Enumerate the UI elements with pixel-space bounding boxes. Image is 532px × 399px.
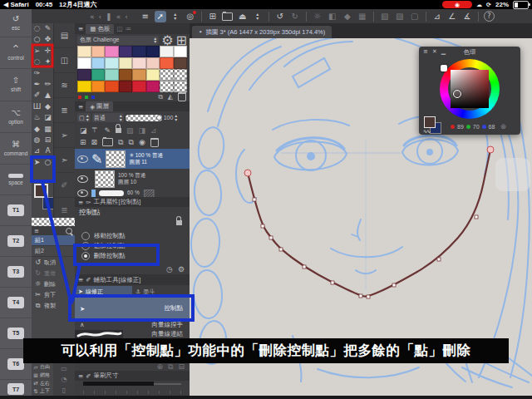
selection-2-icon[interactable]: ▨	[394, 11, 406, 22]
unlock-icon[interactable]	[176, 220, 182, 225]
panel-menu-icon[interactable]: ≡	[78, 103, 83, 111]
tool-icon[interactable]: ✦	[42, 57, 53, 67]
tool-icon[interactable]	[42, 68, 53, 79]
layer-thumbnail[interactable]	[95, 170, 115, 188]
color-swatch[interactable]	[77, 69, 91, 81]
layer-visible-icon[interactable]	[77, 155, 88, 163]
dock-arrow-icon[interactable]: ❚	[106, 12, 112, 21]
color-swatch[interactable]	[160, 57, 174, 69]
quick-access-item[interactable]: ☼刪除	[32, 278, 75, 289]
hue-selector[interactable]	[441, 65, 447, 71]
control-point[interactable]	[269, 236, 273, 239]
color-wheel-panel[interactable]: 色環 ≡ ✕ ▁ ∿∿ 89 70 68 ◎	[419, 47, 520, 135]
quick-access-item[interactable]: ↻重做	[32, 268, 75, 278]
ruler-icon[interactable]: ⊿	[150, 126, 157, 135]
control-point[interactable]	[261, 224, 264, 228]
tool-icon[interactable]: ✒	[32, 79, 42, 90]
edge-key-T1[interactable]: T1	[0, 195, 32, 226]
merge-layer-icon[interactable]: ⧉	[129, 138, 134, 147]
new-canvas-icon[interactable]: ⊞	[207, 11, 219, 22]
tool-icon[interactable]: ○	[32, 34, 42, 45]
subtool-group-icon[interactable]: ➣	[54, 148, 75, 173]
open-file-icon[interactable]	[222, 11, 234, 22]
color-swatch[interactable]	[174, 69, 188, 81]
color-set-dropdown[interactable]: 色票 Challenge▴▾	[77, 36, 159, 45]
new-layer-icon[interactable]: ⊞	[80, 138, 86, 146]
quick-access-item[interactable]: ⧉複製	[32, 300, 75, 311]
clip-to-layer-icon[interactable]: ◪	[80, 126, 87, 135]
subtool-item[interactable]: ∧向量線捏手	[75, 320, 190, 329]
quick-access-tab[interactable]: 組2	[32, 246, 75, 257]
subtool-group-icon[interactable]: ◫	[54, 48, 75, 73]
tab-layer[interactable]: ◈圖層	[86, 101, 113, 111]
edge-key-option[interactable]: ⌥option	[0, 101, 32, 133]
subtool-group-icon[interactable]: ▯	[62, 387, 66, 394]
color-swatch[interactable]	[91, 69, 106, 81]
control-point[interactable]	[437, 258, 441, 261]
quick-access-tab[interactable]: 組1	[32, 235, 75, 246]
color-swatch[interactable]	[132, 81, 146, 92]
lock-transparent-icon[interactable]: ▨	[126, 126, 134, 135]
control-point[interactable]	[359, 294, 362, 298]
snap-guide-icon[interactable]: ∡	[461, 11, 473, 22]
color-swatch[interactable]	[91, 81, 106, 92]
color-swatch[interactable]	[146, 81, 160, 92]
selection-3-icon[interactable]: ▢	[409, 11, 421, 22]
object-tool-icon[interactable]: ➚	[155, 11, 166, 22]
radio-移動控制點[interactable]: 移動控制點	[81, 231, 190, 241]
tool-icon[interactable]: ◪	[42, 112, 53, 123]
layer-opacity-slider[interactable]	[126, 115, 162, 121]
color-swatch[interactable]	[174, 57, 188, 69]
subtool-group-icon[interactable]: ▤	[54, 23, 75, 48]
panel-menu-icon[interactable]: ≡	[78, 372, 83, 380]
undo-icon[interactable]: ↺	[274, 11, 286, 22]
tool-icon[interactable]: ✑	[32, 68, 42, 79]
layer-row[interactable]: 60 %▨	[75, 189, 190, 197]
gradient-icon[interactable]: ◆	[342, 11, 353, 22]
color-swatch[interactable]	[77, 57, 91, 69]
edge-key-T3[interactable]: T3	[0, 256, 32, 288]
subtool-group-icon[interactable]: ≋	[54, 73, 75, 98]
main-menu-icon[interactable]: ≡	[140, 11, 151, 22]
subtool-tab[interactable]: ➤線修正	[75, 286, 132, 297]
delete-layer-icon[interactable]	[150, 138, 159, 147]
edge-keyboard-handle[interactable]	[495, 158, 530, 191]
layer-mask-icon[interactable]: ◉	[139, 138, 145, 146]
edge-key-shift[interactable]: ⇧shift	[0, 68, 32, 101]
layer-thumbnail[interactable]	[106, 150, 126, 168]
panel-menu-icon[interactable]: ≡	[423, 48, 428, 55]
brush-size-slider[interactable]	[83, 381, 181, 387]
color-swatch[interactable]	[91, 46, 106, 57]
color-swatch[interactable]	[105, 81, 119, 92]
file-switch-icon[interactable]: ▴▾	[252, 11, 264, 22]
back-to-safari-icon[interactable]: ◀ Safari	[3, 1, 29, 8]
radio-追加控制點[interactable]: 追加控制點	[81, 241, 190, 251]
dock-arrow-icon[interactable]: ‹	[125, 12, 128, 21]
color-swatch[interactable]	[91, 57, 106, 69]
color-swatch[interactable]	[146, 57, 160, 69]
draw-on-layer-icon[interactable]: 〒	[92, 125, 100, 135]
tool-icon[interactable]: ⊿	[32, 145, 42, 156]
color-swatch[interactable]	[132, 57, 146, 69]
palette-footer-icon[interactable]: ⊕	[156, 362, 163, 371]
new-folder-icon[interactable]	[102, 138, 113, 146]
quick-access-item[interactable]: ↺取消	[32, 257, 75, 268]
tool-icon[interactable]: ○	[42, 157, 53, 168]
control-point[interactable]	[253, 198, 256, 201]
tool-switch-icon[interactable]: ▴▾	[170, 11, 181, 22]
color-swatch[interactable]	[105, 69, 119, 81]
subtool-tab[interactable]: ⚓墨斗	[132, 286, 190, 297]
tool-icon[interactable]: A	[42, 145, 53, 156]
foreground-color-swatch[interactable]	[34, 184, 48, 198]
dock-arrow-icon[interactable]: ‹	[99, 12, 102, 21]
fill-icon[interactable]: ◧	[327, 11, 338, 22]
color-swatch[interactable]	[174, 46, 188, 57]
help-icon[interactable]: ?	[484, 11, 495, 22]
tool-icon[interactable]: Ш	[32, 101, 42, 112]
timelapse-record-icon[interactable]: ◎	[185, 11, 196, 22]
edit-pen-icon[interactable]: ✎	[105, 126, 111, 135]
add-swatch-icon[interactable]: ⧉	[158, 93, 163, 101]
tool-icon[interactable]: ➢	[32, 46, 42, 57]
radio-刪除控制點[interactable]: 刪除控制點	[81, 251, 190, 261]
layer-visible-icon[interactable]	[77, 175, 88, 183]
